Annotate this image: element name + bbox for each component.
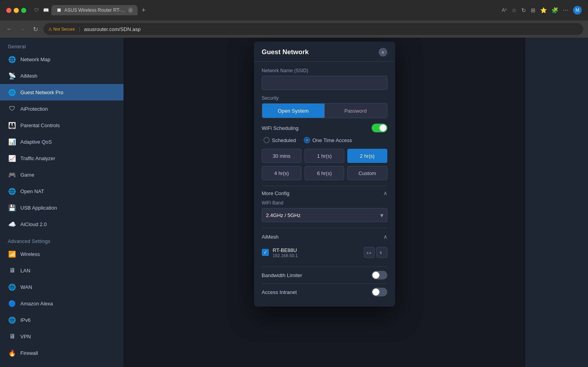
access-intranet-toggle[interactable] [372,288,387,296]
modal-close-button[interactable]: × [379,48,387,57]
game-icon: 🎮 [8,170,16,179]
wan-icon: 🌐 [8,283,16,291]
sidebar-item-usb-application[interactable]: 💾 USB Application [0,199,123,216]
open-system-button[interactable]: Open System [262,104,325,118]
sidebar-item-label: Parental Controls [20,122,60,128]
time-30m-button[interactable]: 30 mins [262,149,301,163]
wifi-scheduling-row: WiFi Scheduling [262,124,387,132]
new-tab-button[interactable]: + [139,6,148,15]
time-2h-button[interactable]: 2 hr(s) [347,149,387,163]
bandwidth-limiter-toggle[interactable] [372,271,387,279]
time-custom-button[interactable]: Custom [347,166,387,180]
sidebar-item-label: LAN [20,268,30,274]
sidebar-item-wan[interactable]: 🌐 WAN [0,279,123,295]
content-area: Guest Network × Network Name (SSID) Secu… [123,38,525,367]
device-band-icons: 2.4 5 [364,247,387,258]
more-config-chevron: ∧ [383,190,387,196]
modal-overlay: Guest Network × Network Name (SSID) Secu… [123,38,525,367]
scheduled-radio[interactable]: Scheduled [263,137,296,143]
time-1h-button[interactable]: 1 hr(s) [305,149,344,163]
radio-group: Scheduled One Time Access [262,137,387,143]
reading-mode-icon: Aᵃ [502,7,507,13]
wifi-scheduling-label: WiFi Scheduling [262,125,299,131]
time-6h-button[interactable]: 6 hr(s) [305,166,344,180]
sidebar-item-guest-network-pro[interactable]: 🌐 Guest Network Pro [0,84,123,100]
network-name-label: Network Name (SSID) [262,68,387,73]
sidebar-item-wireless[interactable]: 📶 Wireless [0,246,123,262]
url-text: asusrouter.com/SDN.asp [84,26,141,32]
password-button[interactable]: Password [325,104,387,118]
more-config-label: More Config [262,190,290,196]
sidebar-item-vpn[interactable]: 🖥 VPN [0,328,123,345]
firewall-icon: 🔥 [8,349,16,357]
fullscreen-button[interactable] [21,8,26,13]
sidebar-item-aicloud[interactable]: ☁️ AiCloud 2.0 [0,216,123,232]
aimesh-header[interactable]: AiMesh ∧ [262,232,387,244]
svg-text:5: 5 [380,251,382,255]
menu-icon: ⋯ [563,7,568,13]
wifi-scheduling-toggle[interactable] [372,124,387,132]
window-chrome: 🛡 📖 🔲 ASUS Wireless Router RT-BE8... × +… [0,0,588,20]
tab-title: ASUS Wireless Router RT-BE8... [64,7,126,13]
forward-button[interactable]: → [18,24,27,34]
sidebar-item-aiprotection[interactable]: 🛡 AiProtection [0,100,123,117]
history-icon: 📖 [42,7,50,13]
refresh-icon-toolbar: ↻ [521,7,526,13]
profile-icon[interactable]: M [573,6,582,15]
adaptive-qos-icon: 📊 [8,137,16,146]
tab-favicon: 🔲 [56,7,62,13]
sidebar-item-label: Adaptive QoS [20,139,52,145]
sidebar-item-network-map[interactable]: 🌐 Network Map [0,51,123,68]
svg-text:2.4: 2.4 [367,251,371,255]
toggle-knob [379,124,387,131]
address-bar: ← → ↻ ⚠ Not Secure | asusrouter.com/SDN.… [0,20,588,38]
band-2g-icon: 2.4 [364,247,375,258]
minimize-button[interactable] [14,8,19,13]
tab-close-button[interactable]: × [128,7,133,13]
traffic-analyzer-icon: 📈 [8,154,16,163]
sidebar-item-open-nat[interactable]: 🌐 Open NAT [0,183,123,199]
one-time-radio[interactable]: One Time Access [304,137,352,143]
sidebar-item-ipv6[interactable]: 🌐 IPv6 [0,312,123,328]
more-config-header[interactable]: More Config ∧ [262,186,387,200]
sidebar-item-amazon-alexa[interactable]: 🔵 Amazon Alexa [0,295,123,312]
advanced-section-label: Advanced Settings [0,236,123,246]
sidebar-item-firewall[interactable]: 🔥 Firewall [0,345,123,361]
sidebar-item-adaptive-qos[interactable]: 📊 Adaptive QoS [0,133,123,150]
not-secure-indicator: ⚠ Not Secure [48,27,75,32]
time-4h-button[interactable]: 4 hr(s) [262,166,301,180]
right-panel [525,38,588,367]
guest-network-modal: Guest Network × Network Name (SSID) Secu… [254,42,395,307]
access-intranet-row: Access Intranet [262,283,387,300]
security-label: Security [262,95,387,101]
sidebar-item-label: WAN [20,284,32,290]
tab-bar: 🛡 📖 🔲 ASUS Wireless Router RT-BE8... × +… [33,5,582,15]
sidebar-item-game[interactable]: 🎮 Game [0,166,123,183]
aimesh-chevron: ∧ [383,234,387,240]
active-tab[interactable]: 🔲 ASUS Wireless Router RT-BE8... × [51,5,138,15]
ipv6-icon: 🌐 [8,316,16,324]
security-toggle: Open System Password [262,103,387,118]
vpn-icon: 🖥 [8,332,16,341]
sidebar-item-traffic-analyzer[interactable]: 📈 Traffic Analyzer [0,150,123,166]
reload-button[interactable]: ↻ [31,24,40,35]
parental-controls-icon: 👨‍👩‍👧 [8,121,16,130]
close-button[interactable] [6,8,11,13]
sidebar-item-aimesh[interactable]: 📡 AiMesh [0,68,123,84]
wifi-band-label: WiFi Band [262,200,387,206]
network-name-group: Network Name (SSID) [262,68,387,90]
bandwidth-limiter-label: Bandwidth Limiter [262,272,302,278]
sidebar-item-label: Wireless [20,251,40,257]
url-bar[interactable]: ⚠ Not Secure | asusrouter.com/SDN.asp [44,23,583,35]
bandwidth-limiter-row: Bandwidth Limiter [262,267,387,283]
wifi-band-select[interactable]: 2.4GHz / 5GHz2.4GHz5GHz [262,208,387,222]
favorites-icon: ⭐ [540,7,547,13]
device-checkbox[interactable]: ✓ [262,249,269,256]
sidebar-item-lan[interactable]: 🖥 LAN [0,262,123,279]
network-name-input[interactable] [262,76,387,90]
sidebar-item-parental-controls[interactable]: 👨‍👩‍👧 Parental Controls [0,117,123,133]
back-button[interactable]: ← [5,24,14,34]
sidebar-item-label: AiCloud 2.0 [20,221,47,227]
band-5g-icon: 5 [376,247,387,258]
access-intranet-toggle-knob [372,288,379,296]
